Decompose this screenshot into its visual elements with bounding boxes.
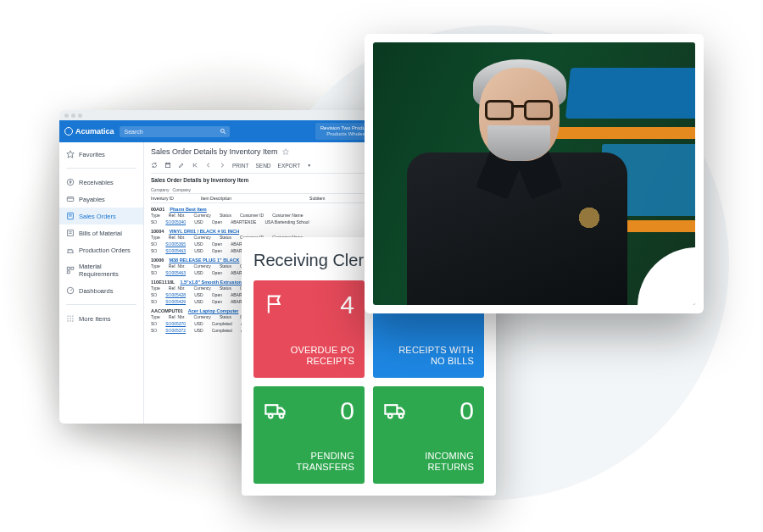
refresh-icon[interactable]	[151, 162, 158, 169]
ref-link[interactable]: SO005365	[165, 241, 186, 247]
svg-point-22	[67, 320, 68, 321]
production-icon	[66, 246, 75, 254]
dashboard-title: Receiving Clerk	[253, 251, 372, 270]
page-title: Sales Order Details by Inventory Item	[151, 147, 278, 156]
sidebar-item-label: Material Requirements	[79, 263, 136, 278]
sidebar-item-label: Sales Orders	[79, 213, 116, 220]
sidebar-item-mrp[interactable]: Material Requirements	[59, 258, 143, 282]
item-link[interactable]: 1.5"x1.8" Smooth Extrusion-Lite	[180, 280, 251, 285]
item-link[interactable]: Acer Laptop Computer	[188, 308, 239, 313]
sidebar-item-label: Payables	[79, 196, 105, 203]
svg-point-19	[67, 318, 68, 319]
save-icon[interactable]	[164, 162, 171, 169]
toolbar-print[interactable]: PRINT	[232, 163, 249, 169]
brand[interactable]: Acumatica	[64, 127, 114, 136]
traffic-light-max[interactable]	[78, 114, 82, 118]
warehouse-worker-photo	[373, 42, 695, 305]
tile-value: 0	[459, 398, 474, 424]
svg-point-34	[388, 414, 393, 418]
kpi-tile[interactable]: 0PENDINGTRANSFERS	[253, 386, 365, 484]
search-input[interactable]: Search	[120, 126, 230, 137]
sidebar: Favorites Receivables Payables Sales Ord…	[59, 142, 144, 424]
svg-point-23	[70, 320, 70, 321]
col-item-desc: Item Description	[201, 196, 231, 201]
first-icon[interactable]	[192, 162, 198, 169]
ref-link[interactable]: SO005370	[165, 321, 186, 326]
svg-marker-25	[282, 149, 288, 155]
favorite-star-icon[interactable]	[282, 148, 289, 155]
item-link[interactable]: Pharm Best Item	[170, 207, 206, 212]
col-inventory-id: Inventory ID	[151, 196, 174, 201]
search-placeholder: Search	[125, 129, 143, 135]
ref-link[interactable]: SO005429	[165, 299, 186, 304]
sidebar-item-label: Dashboards	[79, 287, 113, 295]
ref-link[interactable]: SO005463	[165, 248, 186, 253]
tile-label: OVERDUE PORECEIPTS	[264, 345, 354, 369]
sidebar-item-label: Production Orders	[79, 247, 131, 254]
toolbar-export[interactable]: EXPORT	[278, 163, 301, 169]
svg-marker-2	[67, 151, 74, 158]
truck-icon	[264, 398, 287, 422]
svg-rect-13	[71, 267, 74, 269]
svg-point-35	[399, 414, 404, 418]
sidebar-item-production[interactable]: Production Orders	[59, 241, 143, 258]
ref-link[interactable]: SO005340	[165, 219, 186, 224]
svg-point-16	[67, 315, 68, 316]
company-label: Company	[151, 187, 169, 192]
star-icon	[66, 150, 75, 158]
dashboard-icon	[66, 286, 75, 295]
item-link[interactable]: VINYL DR01 / BLACK # 91 INCH	[169, 229, 239, 234]
svg-point-0	[220, 129, 224, 132]
mrp-icon	[66, 266, 75, 274]
search-icon	[220, 128, 226, 135]
svg-rect-14	[67, 271, 70, 274]
svg-rect-33	[385, 405, 397, 414]
tile-label: PENDINGTRANSFERS	[264, 451, 354, 474]
tile-value: 0	[340, 398, 354, 424]
company-value: Company	[173, 187, 191, 192]
kpi-tile[interactable]: 4OVERDUE PORECEIPTS	[253, 280, 365, 378]
kpi-tile[interactable]: 0INCOMINGRETURNS	[373, 386, 484, 484]
edit-icon[interactable]	[178, 162, 185, 169]
sidebar-item-label: Bills of Material	[79, 230, 122, 237]
receivables-icon	[66, 178, 75, 186]
svg-point-31	[269, 414, 273, 418]
ref-link[interactable]: SO005463	[165, 270, 186, 275]
svg-rect-4	[67, 197, 74, 202]
svg-rect-30	[265, 405, 277, 414]
traffic-light-min[interactable]	[71, 114, 75, 118]
sidebar-item-bom[interactable]: Bills of Material	[59, 224, 143, 241]
svg-point-18	[72, 315, 73, 316]
bom-icon	[66, 229, 75, 237]
sidebar-item-favorites[interactable]: Favorites	[59, 146, 143, 163]
traffic-light-close[interactable]	[64, 114, 69, 118]
ref-link[interactable]: SO005428	[165, 292, 186, 297]
payables-icon	[66, 195, 75, 203]
tile-label: INCOMINGRETURNS	[383, 451, 474, 474]
sidebar-item-payables[interactable]: Payables	[59, 191, 143, 208]
svg-line-1	[224, 132, 226, 134]
sidebar-item-more[interactable]: More Items	[59, 310, 143, 327]
svg-point-24	[72, 320, 73, 321]
tile-label: RECEIPTS WITHNO BILLS	[383, 345, 474, 369]
item-link[interactable]: M38 RELEASE PLUG 1" BLACK	[169, 258, 239, 263]
topbar: Acumatica Search Revision Two Products P…	[59, 120, 415, 142]
sidebar-item-label: Receivables	[79, 179, 114, 186]
more-icon	[66, 314, 75, 323]
prev-icon[interactable]	[205, 162, 212, 169]
svg-point-21	[72, 318, 73, 319]
svg-point-20	[70, 318, 70, 319]
toolbar-export-caret[interactable]: ▼	[307, 163, 311, 168]
brand-text: Acumatica	[75, 127, 114, 136]
photo-card	[365, 34, 704, 313]
sidebar-item-dashboards[interactable]: Dashboards	[59, 282, 143, 299]
sidebar-item-sales-orders[interactable]: Sales Orders	[59, 208, 143, 224]
next-icon[interactable]	[219, 162, 226, 169]
toolbar-send[interactable]: SEND	[256, 163, 271, 169]
window-titlebar	[59, 110, 415, 120]
sidebar-item-receivables[interactable]: Receivables	[59, 174, 143, 191]
sidebar-item-label: More Items	[79, 315, 111, 323]
col-subitem: Subitem	[309, 196, 325, 201]
ref-link[interactable]: SO005372	[165, 328, 186, 333]
svg-rect-12	[67, 267, 70, 269]
